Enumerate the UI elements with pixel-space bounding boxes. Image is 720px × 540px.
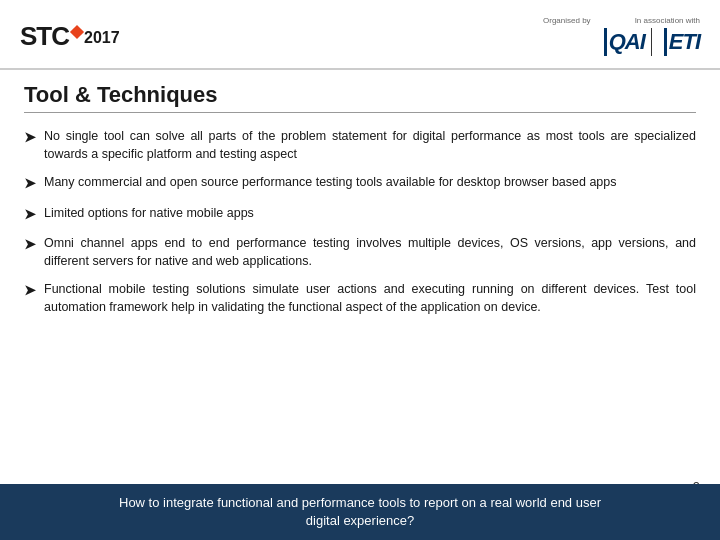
slide-container: STC 2017 Organised by In association wit… (0, 0, 720, 540)
qai-text: QAI (609, 29, 645, 55)
assoc-row: Organised by In association with (543, 16, 700, 25)
qai-logo: QAI (604, 28, 652, 56)
footer-line1: How to integrate functional and performa… (20, 494, 700, 512)
bullet-arrow-2: ➤ (24, 173, 36, 193)
organized-by-text: Organised by (543, 16, 591, 25)
bullet-item-3: ➤ Limited options for native mobile apps (24, 204, 696, 224)
header: STC 2017 Organised by In association wit… (0, 0, 720, 70)
bullet-arrow-3: ➤ (24, 204, 36, 224)
bullet-arrow-4: ➤ (24, 234, 36, 254)
bullet-text-3: Limited options for native mobile apps (44, 204, 696, 222)
bullet-text-5: Functional mobile testing solutions simu… (44, 280, 696, 316)
bullet-text-1: No single tool can solve all parts of th… (44, 127, 696, 163)
right-logos: Organised by In association with QAI ETI (543, 16, 700, 56)
main-content: Tool & Techniques ➤ No single tool can s… (0, 70, 720, 334)
stc-logo: STC (20, 23, 82, 49)
bullet-list: ➤ No single tool can solve all parts of … (24, 127, 696, 316)
bullet-arrow-1: ➤ (24, 127, 36, 147)
bullet-item-5: ➤ Functional mobile testing solutions si… (24, 280, 696, 316)
eti-text: ETI (669, 29, 700, 55)
footer-bar: How to integrate functional and performa… (0, 484, 720, 540)
slide-title: Tool & Techniques (24, 82, 696, 113)
stc-text: STC (20, 23, 69, 49)
bullet-item-2: ➤ Many commercial and open source perfor… (24, 173, 696, 193)
bullet-text-4: Omni channel apps end to end performance… (44, 234, 696, 270)
bullet-item-1: ➤ No single tool can solve all parts of … (24, 127, 696, 163)
eti-bar-icon (664, 28, 667, 56)
eti-logo: ETI (658, 28, 700, 56)
in-association-text: In association with (635, 16, 700, 25)
qai-bar-icon (604, 28, 607, 56)
stc-logo-area: STC 2017 (20, 23, 120, 49)
partner-logos: QAI ETI (604, 28, 700, 56)
bullet-arrow-5: ➤ (24, 280, 36, 300)
bullet-text-2: Many commercial and open source performa… (44, 173, 696, 191)
footer-line2: digital experience? (20, 512, 700, 530)
bullet-item-4: ➤ Omni channel apps end to end performan… (24, 234, 696, 270)
stc-year: 2017 (84, 29, 120, 47)
stc-diamond-icon (70, 25, 84, 39)
